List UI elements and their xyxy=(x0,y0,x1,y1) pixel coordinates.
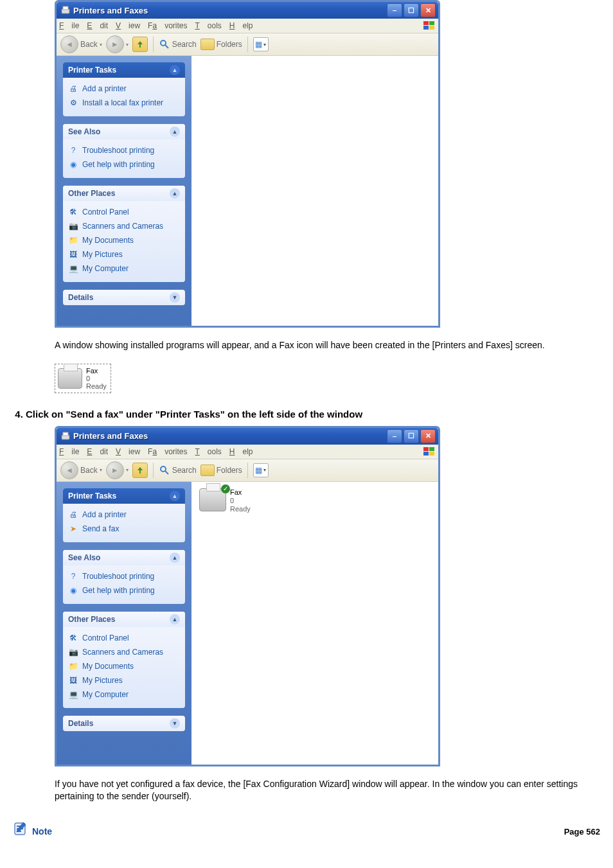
see-also-header[interactable]: See Also ▲ xyxy=(63,550,185,565)
views-button[interactable]: ▦▾ xyxy=(253,463,269,477)
my-pictures-link[interactable]: 🖼 My Pictures xyxy=(67,247,181,261)
menu-help[interactable]: Help xyxy=(229,447,253,456)
task-label: Add a printer xyxy=(82,84,127,93)
folders-button[interactable]: Folders xyxy=(200,465,242,476)
help-icon: ? xyxy=(68,145,78,155)
forward-button[interactable]: ► ▾ xyxy=(106,35,129,53)
scanners-and-cameras-link[interactable]: 📷 Scanners and Cameras xyxy=(67,219,181,233)
svg-rect-10 xyxy=(423,447,429,451)
install-local-fax-printer[interactable]: ⚙ Install a local fax printer xyxy=(67,96,181,110)
views-icon: ▦▾ xyxy=(253,37,269,51)
forward-button[interactable]: ► ▾ xyxy=(106,461,129,479)
folders-button[interactable]: Folders xyxy=(200,39,242,50)
fax-icon-label: Fax 0 Ready xyxy=(86,367,107,390)
svg-rect-1 xyxy=(63,6,68,10)
troubleshoot-printing[interactable]: ? Troubleshoot printing xyxy=(67,143,181,157)
panel-title: See Also xyxy=(68,553,100,562)
get-help-with-printing[interactable]: ◉ Get help with printing xyxy=(67,583,181,598)
back-arrow-icon: ◄ xyxy=(60,35,78,53)
fax-icon-docs: 0 xyxy=(86,375,90,382)
svg-point-6 xyxy=(161,40,166,46)
svg-rect-2 xyxy=(423,21,429,25)
folder-up-icon xyxy=(132,463,148,478)
add-a-printer[interactable]: 🖨 Add a printer xyxy=(67,508,181,522)
camera-icon: 📷 xyxy=(68,221,78,231)
fax-icon-name: Fax xyxy=(86,367,98,375)
other-places-panel: Other Places ▲ 🛠 Control Panel 📷 Scanner… xyxy=(63,186,185,282)
chevron-up-icon: ▲ xyxy=(170,553,180,563)
my-computer-link[interactable]: 💻 My Computer xyxy=(67,261,181,276)
fax-icon-status: Ready xyxy=(86,382,107,390)
send-a-fax[interactable]: ➤ Send a fax xyxy=(67,522,181,536)
printer-tasks-header[interactable]: Printer Tasks ▲ xyxy=(63,488,185,504)
details-header[interactable]: Details ▼ xyxy=(63,290,185,305)
control-panel-link[interactable]: 🛠 Control Panel xyxy=(67,631,181,645)
menu-favorites[interactable]: Favorites xyxy=(148,447,187,456)
fax-device-item[interactable]: ✓ Fax 0 Ready xyxy=(199,488,431,514)
my-pictures-link[interactable]: 🖼 My Pictures xyxy=(67,673,181,687)
details-header[interactable]: Details ▼ xyxy=(63,716,185,731)
task-label: Get help with printing xyxy=(82,160,155,169)
chevron-up-icon: ▲ xyxy=(170,65,180,75)
menu-tools[interactable]: Tools xyxy=(195,21,221,30)
my-documents-link[interactable]: 📁 My Documents xyxy=(67,233,181,247)
main-content: ✓ Fax 0 Ready xyxy=(191,482,438,765)
panel-title: Other Places xyxy=(68,615,115,624)
separator xyxy=(247,463,248,478)
task-label: Install a local fax printer xyxy=(82,98,163,107)
other-places-header[interactable]: Other Places ▲ xyxy=(63,612,185,627)
menu-help[interactable]: Help xyxy=(229,21,253,30)
menu-favorites[interactable]: Favorites xyxy=(148,21,187,30)
task-label: My Pictures xyxy=(82,250,123,259)
toolbar: ◄ Back ▾ ► ▾ Sear xyxy=(57,459,438,482)
add-a-printer[interactable]: 🖨 Add a printer xyxy=(67,82,181,96)
task-label: Send a fax xyxy=(82,524,119,533)
menu-file[interactable]: File xyxy=(59,21,79,30)
task-label: Troubleshoot printing xyxy=(82,572,154,581)
get-help-with-printing[interactable]: ◉ Get help with printing xyxy=(67,157,181,172)
search-button[interactable]: Search xyxy=(159,39,197,50)
scanners-and-cameras-link[interactable]: 📷 Scanners and Cameras xyxy=(67,645,181,659)
camera-icon: 📷 xyxy=(68,647,78,657)
window-title: Printers and Faxes xyxy=(73,6,387,15)
maximize-button[interactable]: ☐ xyxy=(404,429,419,443)
close-button[interactable]: ✕ xyxy=(420,429,436,443)
menu-edit[interactable]: Edit xyxy=(87,447,108,456)
back-button[interactable]: ◄ Back ▾ xyxy=(60,35,102,53)
svg-point-14 xyxy=(161,466,166,472)
folders-label: Folders xyxy=(217,466,242,475)
menu-edit[interactable]: Edit xyxy=(87,21,108,30)
back-button[interactable]: ◄ Back ▾ xyxy=(60,461,102,479)
pictures-icon: 🖼 xyxy=(68,249,78,260)
printer-icon xyxy=(60,431,71,441)
other-places-header[interactable]: Other Places ▲ xyxy=(63,186,185,201)
window-title: Printers and Faxes xyxy=(73,431,387,441)
minimize-button[interactable]: – xyxy=(387,3,402,17)
my-computer-link[interactable]: 💻 My Computer xyxy=(67,687,181,702)
titlebar: Printers and Faxes – ☐ ✕ xyxy=(57,428,438,445)
see-also-panel: See Also ▲ ? Troubleshoot printing ◉ Get… xyxy=(63,124,185,178)
folder-icon: 📁 xyxy=(68,235,78,245)
my-documents-link[interactable]: 📁 My Documents xyxy=(67,659,181,673)
menu-bar: File Edit View Favorites Tools Help xyxy=(57,445,438,459)
printer-tasks-panel: Printer Tasks ▲ 🖨 Add a printer ➤ Send a… xyxy=(63,488,185,542)
search-button[interactable]: Search xyxy=(159,465,197,476)
see-also-header[interactable]: See Also ▲ xyxy=(63,124,185,139)
svg-line-7 xyxy=(165,45,168,48)
chevron-down-icon: ▼ xyxy=(170,292,180,303)
views-button[interactable]: ▦▾ xyxy=(253,37,269,51)
up-button[interactable] xyxy=(132,463,148,478)
help-icon: ? xyxy=(68,571,78,581)
menu-view[interactable]: View xyxy=(116,447,140,456)
menu-view[interactable]: View xyxy=(116,21,140,30)
minimize-button[interactable]: – xyxy=(387,429,402,443)
details-panel: Details ▼ xyxy=(63,716,185,731)
up-button[interactable] xyxy=(132,37,148,52)
control-panel-link[interactable]: 🛠 Control Panel xyxy=(67,205,181,219)
menu-tools[interactable]: Tools xyxy=(195,447,221,456)
printer-tasks-header[interactable]: Printer Tasks ▲ xyxy=(63,62,185,78)
menu-file[interactable]: File xyxy=(59,447,79,456)
maximize-button[interactable]: ☐ xyxy=(404,3,419,17)
close-button[interactable]: ✕ xyxy=(420,3,436,17)
troubleshoot-printing[interactable]: ? Troubleshoot printing xyxy=(67,569,181,583)
